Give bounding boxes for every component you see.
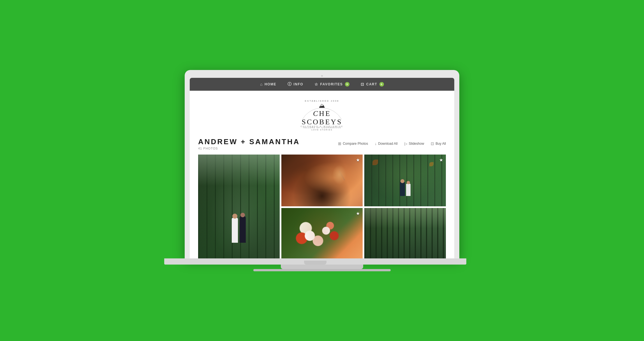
- gallery-header: ANDREW + SAMANTHA 41 PHOTOS ⊞ Compare Ph…: [198, 137, 446, 150]
- download-icon: ↓: [375, 141, 377, 146]
- laptop-stand: [281, 265, 363, 269]
- slideshow-label: Slideshow: [409, 142, 424, 146]
- compare-label: Compare Photos: [343, 142, 368, 146]
- face-glow: [332, 165, 346, 184]
- nav-info[interactable]: ⓘ INFO: [288, 82, 303, 87]
- download-all-button[interactable]: ↓ Download All: [375, 141, 397, 146]
- photo-cell-2[interactable]: ★: [364, 155, 446, 206]
- bouquet-overlay: [281, 208, 363, 258]
- nav-cart-label: CART: [366, 82, 377, 86]
- favorite-star-4[interactable]: ★: [356, 211, 360, 216]
- laptop-screen-outer: ⌂ HOME ⓘ INFO ☆ FAVORITES 9 ⊡ CART 6: [185, 70, 459, 258]
- photo-3-couple: [230, 209, 247, 243]
- compare-icon: ⊞: [338, 141, 341, 146]
- gallery-title: ANDREW + SAMANTHA: [198, 137, 300, 146]
- home-icon: ⌂: [260, 82, 263, 87]
- gallery-section: ANDREW + SAMANTHA 41 PHOTOS ⊞ Compare Ph…: [190, 133, 454, 258]
- gallery-title-block: ANDREW + SAMANTHA 41 PHOTOS: [198, 137, 300, 150]
- nav-home[interactable]: ⌂ HOME: [260, 82, 276, 87]
- logo-title: CHE SCOBEYS: [298, 109, 346, 126]
- camera-dot: [321, 75, 323, 77]
- groom-silhouette: [400, 182, 405, 196]
- nav-favorites[interactable]: ☆ FAVORITES 9: [314, 82, 349, 87]
- laptop-base: [164, 258, 466, 265]
- navbar: ⌂ HOME ⓘ INFO ☆ FAVORITES 9 ⊡ CART 6: [190, 78, 454, 91]
- gallery-count: 41 PHOTOS: [198, 147, 300, 150]
- photo-1-overlay: [281, 155, 363, 206]
- compare-photos-button[interactable]: ⊞ Compare Photos: [338, 141, 368, 146]
- photo-2-couple: [400, 182, 411, 196]
- laptop-screen-inner: ⌂ HOME ⓘ INFO ☆ FAVORITES 9 ⊡ CART 6: [190, 78, 454, 258]
- photo-cell-3[interactable]: [198, 155, 280, 258]
- laptop-wrapper: ⌂ HOME ⓘ INFO ☆ FAVORITES 9 ⊡ CART 6: [185, 70, 459, 271]
- slideshow-button[interactable]: ▷ Slideshow: [404, 141, 424, 146]
- logo-tagline-1: TELLERS OF COURAGEOUS: [298, 126, 346, 129]
- nav-cart[interactable]: ⊡ CART 6: [361, 82, 384, 87]
- logo-c: C: [313, 109, 319, 118]
- info-icon: ⓘ: [288, 82, 292, 87]
- favorites-badge: 9: [345, 82, 349, 87]
- logo-established: ESTABLISHED 2008: [298, 100, 346, 102]
- buy-all-button[interactable]: ⊡ Buy All: [431, 141, 446, 146]
- logo-tagline-2: LOVE STORIES: [298, 129, 346, 131]
- buy-label: Buy All: [435, 142, 446, 146]
- bride-silhouette: [406, 184, 411, 196]
- gallery-actions: ⊞ Compare Photos ↓ Download All ▷ Slides…: [338, 141, 446, 146]
- cart-badge: 6: [379, 82, 384, 87]
- logo-name-rest: HE SCOBEYS: [302, 109, 342, 126]
- nav-favorites-label: FAVORITES: [320, 82, 343, 86]
- cart-icon: ⊡: [361, 82, 365, 87]
- photo-cell-5[interactable]: [364, 208, 446, 258]
- favorite-star-2[interactable]: ★: [439, 157, 443, 163]
- download-label: Download All: [378, 142, 397, 146]
- nav-info-label: INFO: [293, 82, 303, 86]
- buy-icon: ⊡: [431, 141, 434, 146]
- favorite-star-1[interactable]: ★: [356, 157, 360, 163]
- logo-area: ESTABLISHED 2008 ⛰ CHE SCOBEYS TELLERS O…: [190, 91, 454, 133]
- photo-5-sky: [364, 208, 446, 228]
- nav-home-label: HOME: [265, 82, 276, 86]
- laptop-notch: [304, 261, 326, 265]
- star-icon: ☆: [314, 82, 319, 87]
- photo-3-sky: [198, 155, 280, 186]
- photo-cell-1[interactable]: ★: [281, 155, 363, 206]
- logo-mountain-icon: ⛰: [298, 103, 346, 109]
- photo-cell-4[interactable]: ★: [281, 208, 363, 258]
- logo-container: ESTABLISHED 2008 ⛰ CHE SCOBEYS TELLERS O…: [298, 99, 346, 127]
- bride-embrace: [232, 218, 238, 243]
- play-icon: ▷: [404, 141, 407, 146]
- groom-embrace: [240, 216, 246, 243]
- photo-grid: ★ ★: [198, 155, 446, 258]
- laptop-foot: [253, 269, 391, 271]
